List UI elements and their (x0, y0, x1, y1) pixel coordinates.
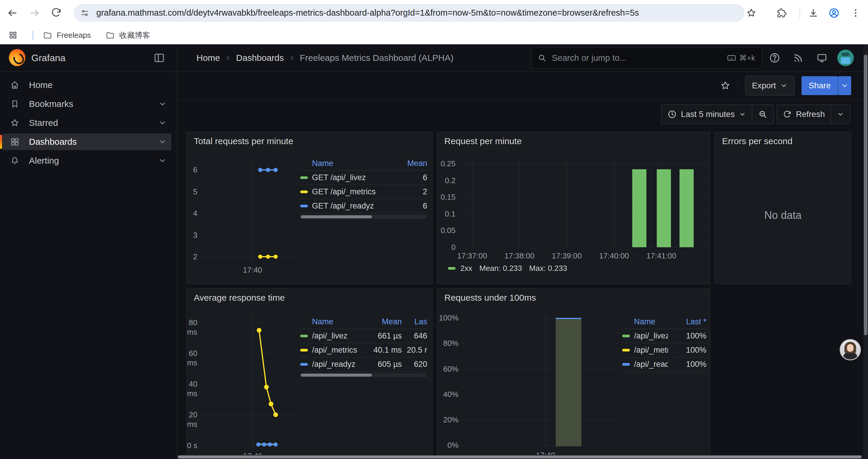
bookmark-folder-blogs[interactable]: 收藏博客 (102, 28, 154, 42)
legend-row[interactable]: /api/_livez661 µs646 (300, 329, 427, 343)
bookmark-folder-freeleaps[interactable]: Freeleaps (39, 28, 95, 42)
legend-row[interactable]: GET /api/_livez6 (300, 171, 427, 185)
no-data-message: No data (715, 132, 851, 284)
scrollbar-thumb[interactable] (864, 55, 867, 335)
legend-h-scrollbar[interactable] (300, 215, 427, 219)
dashboard-toolbar: Export Share (176, 71, 863, 100)
legend-cell-name: /api/_livez (634, 331, 668, 340)
extensions-icon[interactable] (775, 6, 788, 20)
reload-icon[interactable] (50, 6, 63, 20)
sidebar-item-dashboards[interactable]: Dashboards (2, 133, 172, 150)
legend-row[interactable]: GET /api/_metrics2 (300, 185, 427, 199)
legend-row[interactable]: /api/_metrics40.1 ms20.5 r (300, 343, 427, 357)
legend-column-header[interactable]: Las (402, 317, 427, 326)
y-axis-tick-label: 4 (187, 208, 197, 218)
apps-grid-icon[interactable] (6, 29, 20, 42)
share-button[interactable]: Share (802, 76, 838, 95)
y-axis-tick-label: 0 s (187, 441, 197, 450)
sidebar-toggle-icon[interactable] (154, 52, 165, 64)
y-axis-tick-label: 40 ms (187, 379, 197, 398)
tune-icon[interactable] (80, 8, 89, 18)
gridline-y (462, 343, 618, 343)
refresh-button[interactable]: Refresh (777, 105, 831, 124)
sidebar-item-bookmarks[interactable]: Bookmarks (2, 96, 172, 112)
legend-row[interactable]: /api/_readyz100% (622, 357, 706, 371)
panel-total-requests-per-minute: Total requests per minute 6543217:40 Nam… (186, 132, 433, 284)
profile-icon[interactable] (828, 6, 840, 20)
sidebar-item-home[interactable]: Home (2, 77, 172, 93)
legend-column-header[interactable]: Mean (392, 159, 427, 168)
help-icon[interactable] (768, 52, 781, 64)
export-button[interactable]: Export (745, 76, 795, 95)
news-rss-icon[interactable] (792, 52, 805, 64)
share-dropdown-button[interactable] (838, 76, 851, 95)
gridline-y (462, 445, 618, 446)
gridline-x (614, 161, 614, 247)
url-bar[interactable]: grafana.mathmast.com/d/deytv4rwavabkb/fr… (74, 4, 745, 22)
chevron-down-icon[interactable] (158, 119, 167, 127)
gridline-y (462, 394, 618, 395)
horizontal-scrollbar[interactable] (176, 455, 863, 459)
legend-row[interactable]: /api/_livez100% (622, 329, 706, 343)
chevron-down-icon[interactable] (158, 138, 167, 146)
legend-column-header[interactable]: Name (312, 159, 392, 168)
sidebar-item-label: Starred (29, 118, 58, 128)
assistant-avatar[interactable] (840, 339, 861, 360)
monitor-icon[interactable] (815, 52, 829, 64)
legend-row[interactable]: GET /api/_readyz6 (300, 199, 427, 213)
breadcrumb-dashboards[interactable]: Dashboards (236, 53, 284, 63)
legend-row[interactable]: /api/_readyz605 µs620 (300, 357, 427, 371)
legend-row[interactable]: /api/_metrics100% (622, 343, 706, 357)
menu-icon[interactable] (849, 6, 862, 20)
refresh-interval-dropdown[interactable] (831, 105, 850, 124)
legend-table-header: NameMeanLas (300, 315, 427, 329)
favorite-star-icon[interactable] (720, 80, 731, 91)
clock-icon (668, 109, 677, 119)
chart-request-per-minute[interactable]: 0.250.20.150.10.05017:37:0017:38:0017:39… (437, 132, 710, 284)
scrollbar-thumb[interactable] (301, 374, 372, 376)
grafana-logo[interactable] (9, 49, 25, 66)
y-axis-tick-label: 60 ms (187, 349, 197, 367)
series-color-chip (300, 176, 308, 179)
legend-cell-value: 6 (392, 201, 427, 210)
legend-cell-value: 620 (402, 360, 427, 369)
legend-column-header[interactable]: Name (312, 317, 358, 326)
series-plot (205, 161, 296, 263)
gridline-y (462, 369, 618, 369)
browser-toolbar: grafana.mathmast.com/d/deytv4rwavabkb/fr… (0, 0, 868, 26)
brand-zone: Grafana (0, 44, 176, 71)
search-input[interactable]: Search or jump to... ⌘+k (531, 47, 762, 68)
y-axis-tick-label: 0% (437, 440, 459, 450)
series-color-chip (300, 363, 308, 366)
user-avatar[interactable] (837, 50, 854, 66)
chart-requests-under-100ms[interactable]: 100%80%60%40%20%0%17:40 (437, 289, 710, 455)
back-icon[interactable] (6, 6, 19, 20)
time-range-picker[interactable]: Last 5 minutes (661, 105, 752, 124)
legend-column-header[interactable]: Name (634, 317, 668, 326)
bookmark-star-icon[interactable] (745, 6, 758, 20)
chevron-down-icon[interactable] (158, 157, 167, 165)
chart-legend[interactable]: 2xx Mean: 0.233 Max: 0.233 (448, 264, 567, 273)
x-axis-tick-label: 17:38:00 (493, 251, 546, 261)
legend-column-header[interactable]: Last * (668, 317, 706, 326)
series-plot (205, 314, 296, 449)
chevron-right-icon (288, 54, 296, 62)
series-color-chip (300, 205, 308, 207)
chevron-down-icon[interactable] (158, 100, 167, 108)
gridline-x (472, 161, 472, 247)
legend-cell-value: 646 (402, 331, 427, 340)
legend-column-header[interactable]: Mean (358, 317, 402, 326)
scrollbar-thumb[interactable] (178, 455, 862, 458)
zoom-out-button[interactable] (752, 105, 773, 124)
forward-icon[interactable] (28, 6, 41, 20)
breadcrumb-home[interactable]: Home (196, 53, 220, 63)
legend-series-name: 2xx (460, 264, 472, 273)
vertical-scrollbar[interactable] (863, 44, 868, 459)
sidebar-item-starred[interactable]: Starred (2, 114, 172, 131)
sidebar-item-alerting[interactable]: Alerting (2, 153, 172, 169)
download-icon[interactable] (807, 6, 820, 20)
legend-h-scrollbar[interactable] (300, 373, 427, 377)
bookmark-folder-label: Freeleaps (57, 31, 91, 40)
chevron-down-icon (837, 111, 844, 118)
scrollbar-thumb[interactable] (301, 215, 372, 218)
